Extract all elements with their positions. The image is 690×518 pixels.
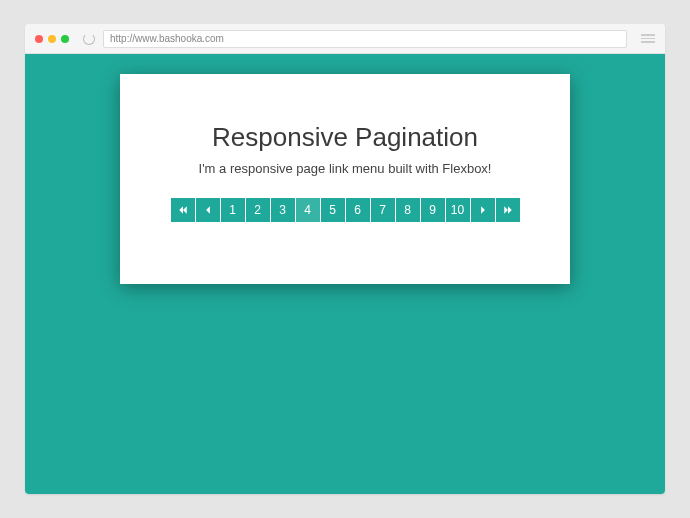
double-chevron-right-icon: [503, 205, 513, 215]
page-6-button[interactable]: 6: [346, 198, 370, 222]
address-bar[interactable]: http://www.bashooka.com: [103, 30, 627, 48]
prev-page-button[interactable]: [196, 198, 220, 222]
page-5-button[interactable]: 5: [321, 198, 345, 222]
chevron-left-icon: [203, 205, 213, 215]
hamburger-menu-icon[interactable]: [641, 34, 655, 43]
browser-window: http://www.bashooka.com Responsive Pagin…: [25, 24, 665, 494]
first-page-button[interactable]: [171, 198, 195, 222]
page-subtitle: I'm a responsive page link menu built wi…: [199, 161, 492, 176]
page-8-button[interactable]: 8: [396, 198, 420, 222]
page-2-button[interactable]: 2: [246, 198, 270, 222]
page-3-button[interactable]: 3: [271, 198, 295, 222]
page-9-button[interactable]: 9: [421, 198, 445, 222]
double-chevron-left-icon: [178, 205, 188, 215]
browser-chrome: http://www.bashooka.com: [25, 24, 665, 54]
viewport: Responsive Pagination I'm a responsive p…: [25, 54, 665, 494]
maximize-window-button[interactable]: [61, 35, 69, 43]
page-10-button[interactable]: 10: [446, 198, 470, 222]
page-7-button[interactable]: 7: [371, 198, 395, 222]
content-card: Responsive Pagination I'm a responsive p…: [120, 74, 570, 284]
page-1-button[interactable]: 1: [221, 198, 245, 222]
last-page-button[interactable]: [496, 198, 520, 222]
next-page-button[interactable]: [471, 198, 495, 222]
page-4-button[interactable]: 4: [296, 198, 320, 222]
address-bar-url: http://www.bashooka.com: [110, 33, 224, 44]
traffic-lights: [35, 35, 69, 43]
page-title: Responsive Pagination: [212, 122, 478, 153]
chevron-right-icon: [478, 205, 488, 215]
refresh-icon[interactable]: [83, 33, 95, 45]
close-window-button[interactable]: [35, 35, 43, 43]
minimize-window-button[interactable]: [48, 35, 56, 43]
pagination: 1 2 3 4 5 6 7 8 9 10: [171, 198, 520, 222]
